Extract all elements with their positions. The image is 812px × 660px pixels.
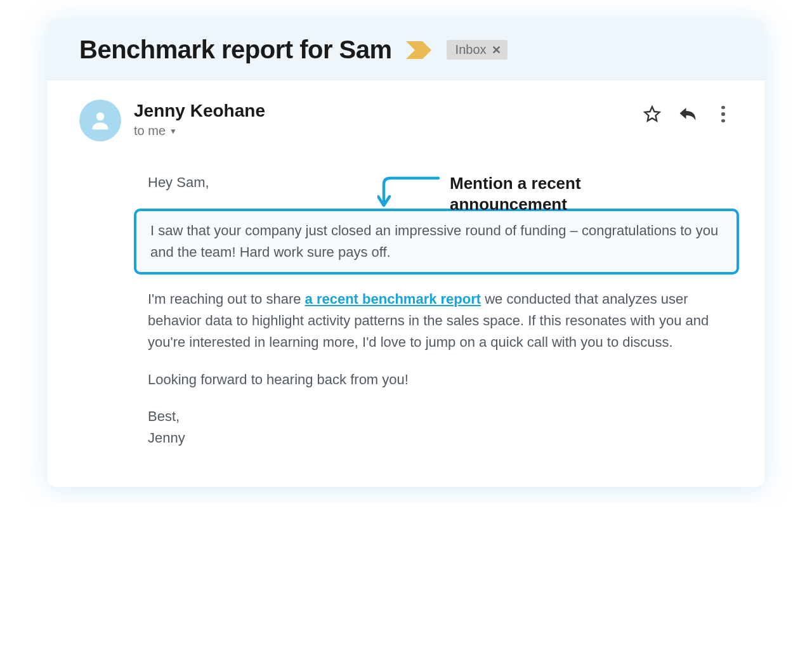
sender-row: Jenny Keohane to me ▼ xyxy=(79,100,733,141)
chevron-down-icon: ▼ xyxy=(169,127,177,136)
highlighted-paragraph: Mention a recentannouncement I saw that … xyxy=(134,209,739,275)
p2-pre: I'm reaching out to share xyxy=(148,291,305,307)
sender-name: Jenny Keohane xyxy=(134,101,630,121)
star-icon[interactable] xyxy=(643,105,662,124)
email-actions xyxy=(643,105,733,124)
recipient-dropdown[interactable]: to me ▼ xyxy=(134,124,630,138)
paragraph-3: Looking forward to hearing back from you… xyxy=(148,369,733,391)
inbox-label-chip[interactable]: Inbox ✕ xyxy=(447,40,508,60)
svg-point-0 xyxy=(96,112,105,120)
close-icon[interactable]: ✕ xyxy=(492,44,501,56)
signoff-name: Jenny xyxy=(148,427,733,449)
sender-info: Jenny Keohane to me ▼ xyxy=(134,100,630,138)
benchmark-report-link[interactable]: a recent benchmark report xyxy=(305,291,481,307)
signoff-closing: Best, xyxy=(148,406,733,427)
highlighted-text: I saw that your company just closed an i… xyxy=(150,223,718,260)
email-header: Benchmark report for Sam Inbox ✕ xyxy=(48,19,764,81)
importance-marker-icon[interactable] xyxy=(405,39,434,61)
paragraph-2: I'm reaching out to share a recent bench… xyxy=(148,288,733,353)
email-body-section: Jenny Keohane to me ▼ xyxy=(48,81,764,487)
more-options-icon[interactable] xyxy=(714,105,733,124)
arrow-icon xyxy=(377,174,441,211)
signoff: Best, Jenny xyxy=(148,406,733,449)
avatar[interactable] xyxy=(79,100,121,141)
email-body-content: Hey Sam, Mention a recentannouncement I … xyxy=(148,172,733,449)
email-subject: Benchmark report for Sam xyxy=(79,36,392,64)
annotation-callout: Mention a recentannouncement xyxy=(377,174,615,214)
reply-icon[interactable] xyxy=(678,105,697,124)
inbox-label-text: Inbox xyxy=(455,42,487,57)
recipient-text: to me xyxy=(134,124,166,138)
annotation-label: Mention a recentannouncement xyxy=(450,173,615,214)
email-card: Benchmark report for Sam Inbox ✕ Jenny K… xyxy=(48,19,764,487)
